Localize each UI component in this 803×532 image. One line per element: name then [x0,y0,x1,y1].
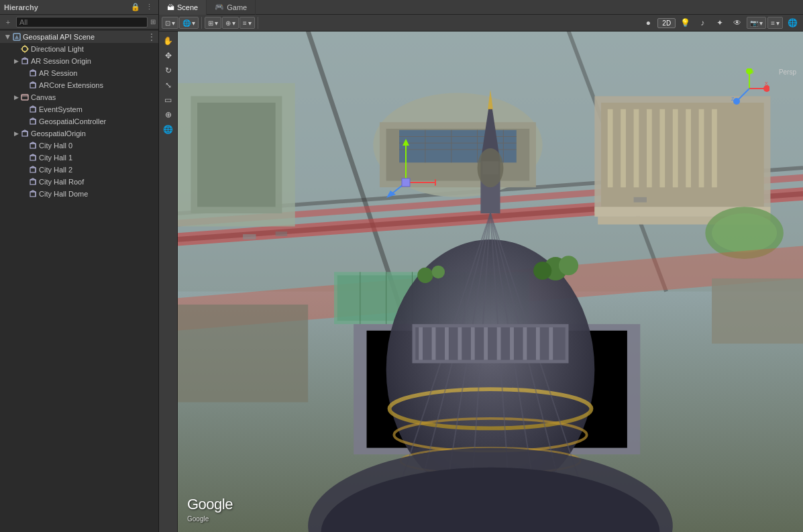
tree-item-icon-cube [20,56,30,66]
layers-arrow: ▾ [776,19,780,27]
tool-scale[interactable]: ⤡ [160,78,176,92]
tool-rect[interactable]: ▭ [160,93,176,107]
gizmo2-icon: ⊕ [225,19,231,27]
toolbar-right-group: ● 2D 💡 ♪ ✦ 👁 📷 ▾ ≡ ▾ 🌐 [640,16,800,30]
tree-item-ar-session-origin[interactable]: ▶AR Session Origin [0,55,158,67]
tree-item-icon-scene [12,32,21,42]
tool-hand[interactable]: ✋ [160,34,176,48]
gizmo3-arrow: ▾ [248,19,252,27]
gizmo3-icon: ≡ [243,19,247,27]
tree-item-city-hall-dome[interactable]: City Hall Dome [0,188,158,200]
tab-scene[interactable]: 🏔 Scene [159,0,207,15]
toolbar-display-dropdown[interactable]: ⊡ ▾ [162,17,178,29]
svg-rect-68 [634,109,639,188]
tree-item-event-system[interactable]: EventSystem [0,103,158,115]
toolbar-2d-btn[interactable]: 2D [657,18,676,28]
svg-rect-110 [471,327,475,360]
tree-arrow: ▶ [12,129,20,138]
svg-rect-39 [30,192,36,197]
tree-item-city-hall-roof[interactable]: City Hall Roof [0,176,158,188]
svg-rect-70 [659,109,665,188]
tool-multi[interactable]: ⊕ [160,108,176,121]
toolbar-gizmos-btn[interactable]: 🌐 [784,16,800,30]
tree-item-geospatial-scene[interactable]: ▶Geospatial API Scene⋮ [0,31,158,43]
svg-rect-116 [549,327,553,360]
toolbar-hidden-btn[interactable]: 👁 [729,16,745,30]
tree-item-label: ARCore Extensions [39,81,103,89]
toolbar-fx-btn[interactable]: ● [640,16,656,30]
svg-rect-67 [621,109,626,188]
svg-marker-1 [15,35,19,39]
hierarchy-search-bar: + ⊞ [0,15,158,30]
hierarchy-search-input[interactable] [16,17,148,28]
tree-item-icon-cube [28,189,38,199]
scene-options-icon[interactable]: ⋮ [148,32,156,42]
tree-item-label: City Hall 0 [39,142,72,150]
tree-item-label: AR Session Origin [31,57,91,65]
svg-marker-8 [22,58,28,59]
tree-item-geospatial-origin[interactable]: ▶GeospatialOrigin [0,127,158,140]
svg-point-128 [432,266,445,278]
svg-rect-115 [536,327,540,360]
svg-rect-71 [673,109,678,188]
tree-item-ar-session[interactable]: AR Session [0,67,158,79]
svg-rect-73 [699,109,704,188]
toolbar-audio-btn[interactable]: ♪ [694,16,710,30]
svg-marker-34 [30,166,36,168]
tab-game[interactable]: 🎮 Game [207,0,256,15]
toolbar-shading-dropdown[interactable]: 🌐 ▾ [179,17,199,29]
tree-item-label: City Hall 2 [39,166,72,174]
tree-item-geospatial-controller[interactable]: GeospatialController [0,115,158,127]
google-watermark-large: Google [187,496,233,513]
toolbar-gizmo2-dropdown[interactable]: ⊕ ▾ [222,17,239,29]
toolbar-gizmo3-dropdown[interactable]: ≡ ▾ [239,17,255,29]
toolbar-camera-dropdown[interactable]: 📷 ▾ [747,17,766,29]
tree-item-arcore-extensions[interactable]: ARCore Extensions [0,79,158,91]
hierarchy-lock-icon[interactable]: 🔒 [130,2,141,13]
svg-marker-37 [30,178,36,180]
scene-viewport[interactable]: Y X Z Persp Google Google [178,32,803,532]
hierarchy-add-icon[interactable]: + [3,17,13,28]
svg-marker-28 [30,142,36,144]
tree-item-label: City Hall Roof [39,178,84,186]
svg-marker-25 [22,130,28,131]
scene-toolbar: ⊡ ▾ 🌐 ▾ ⊞ ▾ ⊕ ▾ ≡ ▾ [159,15,803,32]
gizmo2-arrow: ▾ [232,19,235,27]
tree-item-label: Canvas [31,93,56,101]
tool-rotate[interactable]: ↻ [160,64,176,77]
tool-world[interactable]: 🌐 [160,123,176,136]
toolbar-layers-dropdown[interactable]: ≡ ▾ [767,17,783,29]
svg-rect-111 [484,327,488,360]
svg-rect-30 [30,156,36,160]
svg-rect-129 [243,234,256,240]
tree-item-icon-cube [28,165,38,174]
tree-item-icon-cube [28,141,38,150]
hierarchy-more-icon[interactable]: ⋮ [144,2,154,13]
toolbar-gizmo1-dropdown[interactable]: ⊞ ▾ [205,17,221,29]
hierarchy-title: Hierarchy [4,3,38,11]
tree-item-directional-light[interactable]: Directional Light [0,43,158,55]
tree-item-city-hall-2[interactable]: City Hall 2 [0,164,158,176]
game-tab-label: Game [227,3,247,11]
tree-item-label: GeospatialController [39,117,106,125]
google-watermark-small: Google [187,515,209,523]
toolbar-light-btn[interactable]: 💡 [677,16,693,30]
tool-move[interactable]: ✥ [160,49,176,62]
svg-rect-27 [30,144,36,148]
svg-point-78 [712,213,777,252]
svg-rect-10 [30,71,36,76]
game-tab-icon: 🎮 [215,3,224,11]
tree-item-city-hall-1[interactable]: City Hall 1 [0,152,158,164]
tree-arrow: ▶ [4,33,12,41]
svg-rect-113 [510,327,514,360]
svg-marker-40 [30,191,36,192]
svg-point-127 [417,268,433,283]
tree-item-label: Geospatial API Scene [23,33,95,41]
shading-icon: 🌐 [182,19,191,27]
svg-rect-109 [458,327,462,360]
svg-marker-22 [30,118,36,119]
display-icon: ⊡ [165,19,170,27]
tree-item-canvas[interactable]: ▶Canvas [0,91,158,103]
tree-item-city-hall-0[interactable]: City Hall 0 [0,140,158,152]
toolbar-fx2-btn[interactable]: ✦ [712,16,728,30]
